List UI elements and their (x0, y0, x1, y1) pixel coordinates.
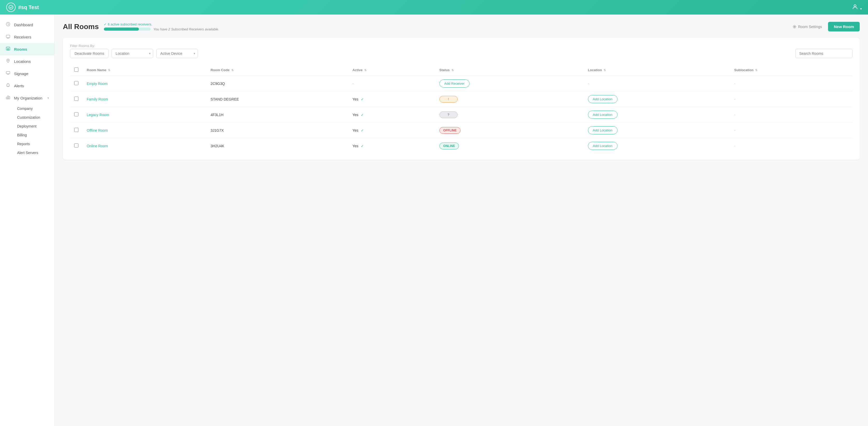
row-checkbox-empty-room[interactable] (74, 81, 79, 85)
status-badge-warning-family-room: ! (439, 96, 458, 103)
status-badge-unknown-legacy-room: ? (439, 111, 458, 118)
user-menu-button[interactable]: ▾ (852, 4, 862, 11)
select-all-checkbox[interactable] (74, 67, 79, 72)
room-name-link-empty-room[interactable]: Empty Room (87, 82, 108, 86)
deactivate-rooms-button[interactable]: Deactivate Rooms (70, 49, 108, 58)
room-name-link-offline-room[interactable]: Offline Room (87, 128, 108, 133)
status-cell: OFFLINE (435, 122, 584, 138)
sidebar-subitem-company[interactable]: Company (14, 104, 54, 113)
sublocation-dash: - (734, 82, 735, 86)
sidebar-item-locations[interactable]: Locations (0, 55, 54, 67)
sublocation-dash: - (734, 113, 735, 117)
sort-icon-room-name: ⇅ (108, 68, 110, 72)
sidebar-item-signage[interactable]: Signage (0, 67, 54, 80)
location-cell: Add Location (584, 122, 730, 138)
room-name-link-online-room[interactable]: Online Room (87, 144, 108, 148)
room-name-cell: Online Room (83, 138, 206, 154)
organization-icon (5, 95, 11, 101)
sidebar-subitem-customization[interactable]: Customization (14, 113, 54, 122)
sidebar-item-receivers[interactable]: Receivers (0, 31, 54, 43)
sidebar-item-label: Dashboard (14, 23, 33, 27)
filter-label: Filter Rooms By: (70, 44, 852, 48)
status-cell: Add Receiver (435, 76, 584, 91)
room-code-cell: 3J1G7X (206, 122, 348, 138)
active-check-icon: ✓ (361, 113, 364, 117)
organization-submenu: Company Customization Deployment Billing… (0, 104, 54, 157)
room-code-cell: 3H2U4K (206, 138, 348, 154)
row-checkbox-online-room[interactable] (74, 143, 79, 147)
row-checkbox-cell (70, 91, 83, 107)
sublocation-dash: - (734, 128, 735, 133)
room-code-cell: 4F3L1H (206, 107, 348, 122)
room-settings-button[interactable]: Room Settings (789, 23, 825, 31)
sidebar-item-label: Alerts (14, 84, 24, 88)
row-checkbox-cell (70, 138, 83, 154)
filter-row: Deactivate Rooms Location ▾ Active Devic… (70, 49, 852, 58)
table-row: Legacy Room4F3L1HYes ✓?Add Location- (70, 107, 852, 122)
col-room-code: Room Code ⇅ (206, 64, 348, 76)
app-layout: Dashboard Receivers Rooms Locations Sign… (0, 15, 868, 426)
new-room-button[interactable]: New Room (828, 22, 860, 31)
svg-rect-10 (8, 96, 10, 99)
active-device-filter-wrapper: Active Device ▾ (156, 49, 198, 58)
add-receiver-button-empty-room[interactable]: Add Receiver (439, 80, 470, 88)
table-row: Family RoomSTAND DEGREEYes ✓!Add Locatio… (70, 91, 852, 107)
app-logo (6, 3, 16, 12)
rooms-icon (5, 46, 11, 52)
svg-point-6 (8, 60, 8, 61)
page-header-left: All Rooms ✓ 6 active subscribed receiver… (63, 22, 219, 31)
signage-icon (5, 70, 11, 77)
sidebar-subitem-billing[interactable]: Billing (14, 131, 54, 140)
active-text: Yes (352, 97, 359, 101)
row-checkbox-offline-room[interactable] (74, 128, 79, 132)
search-wrapper (795, 49, 852, 58)
add-location-button-legacy-room[interactable]: Add Location (588, 111, 618, 119)
locations-icon (5, 58, 11, 64)
receiver-status-text: ✓ 6 active subscribed receivers. (104, 22, 219, 26)
active-cell: - (348, 76, 435, 91)
sidebar: Dashboard Receivers Rooms Locations Sign… (0, 15, 55, 426)
active-device-filter[interactable]: Active Device (156, 49, 198, 58)
room-name-cell: Offline Room (83, 122, 206, 138)
table-row: Offline Room3J1G7XYes ✓OFFLINEAdd Locati… (70, 122, 852, 138)
room-name-link-legacy-room[interactable]: Legacy Room (87, 113, 109, 117)
col-room-name: Room Name ⇅ (83, 64, 206, 76)
sublocation-cell: - (730, 122, 852, 138)
gear-icon (793, 25, 797, 29)
add-location-button-online-room[interactable]: Add Location (588, 142, 618, 150)
select-all-header (70, 64, 83, 76)
location-cell: Add Location (584, 107, 730, 122)
sidebar-item-my-organization[interactable]: My Organization ▾ (0, 92, 54, 104)
sort-icon-sublocation: ⇅ (755, 68, 757, 72)
add-location-button-family-room[interactable]: Add Location (588, 95, 618, 103)
row-checkbox-family-room[interactable] (74, 96, 79, 101)
sidebar-subitem-deployment[interactable]: Deployment (14, 122, 54, 131)
sublocation-cell: - (730, 138, 852, 154)
sidebar-subitem-alert-servers[interactable]: Alert Servers (14, 148, 54, 157)
alerts-icon (5, 83, 11, 89)
row-checkbox-cell (70, 122, 83, 138)
filter-section: Filter Rooms By: Deactivate Rooms Locati… (70, 44, 852, 58)
sidebar-item-dashboard[interactable]: Dashboard (0, 19, 54, 31)
room-name-cell: Empty Room (83, 76, 206, 91)
svg-point-1 (854, 5, 856, 7)
active-cell: Yes ✓ (348, 138, 435, 154)
room-name-link-family-room[interactable]: Family Room (87, 97, 108, 101)
row-checkbox-legacy-room[interactable] (74, 112, 79, 116)
active-cell: Yes ✓ (348, 107, 435, 122)
main-content: All Rooms ✓ 6 active subscribed receiver… (55, 15, 868, 426)
active-dash: - (352, 82, 354, 86)
sublocation-dash: - (734, 144, 735, 148)
sidebar-subitem-reports[interactable]: Reports (14, 140, 54, 148)
location-cell: - (584, 76, 730, 91)
col-location: Location ⇅ (584, 64, 730, 76)
location-filter-wrapper: Location ▾ (112, 49, 153, 58)
sidebar-item-rooms[interactable]: Rooms (0, 43, 54, 55)
table-header: Room Name ⇅ Room Code ⇅ Active ⇅ Statu (70, 64, 852, 76)
location-filter[interactable]: Location (112, 49, 153, 58)
sidebar-item-alerts[interactable]: Alerts (0, 80, 54, 92)
sidebar-item-label: Rooms (14, 47, 27, 51)
search-input[interactable] (795, 49, 852, 58)
row-checkbox-cell (70, 76, 83, 91)
add-location-button-offline-room[interactable]: Add Location (588, 126, 618, 134)
